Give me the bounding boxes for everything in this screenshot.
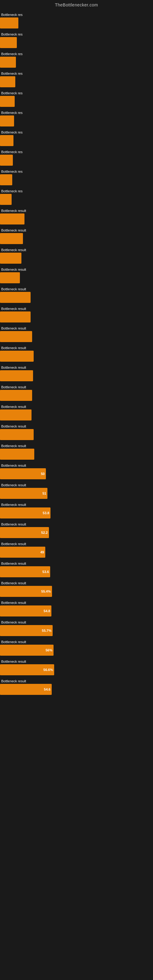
bar-row: Bottleneck result (0, 384, 153, 402)
bar-label: Bottleneck result (0, 562, 153, 566)
bar-label: Bottleneck result (0, 620, 153, 625)
bar-value: 56.6% (43, 668, 53, 671)
bar-label: Bottleneck result (0, 209, 153, 213)
bar-label: Bottleneck result (0, 229, 153, 233)
bar-fill (0, 174, 12, 185)
bar-fill (0, 331, 32, 342)
bar-row: Bottleneck res (0, 51, 153, 69)
bar-row: Bottleneck res (0, 110, 153, 128)
bar-value: 54.8 (44, 609, 50, 613)
bar-fill (0, 115, 14, 126)
bar-fill: 54.6 (0, 684, 52, 695)
bar-row: Bottleneck result (0, 345, 153, 363)
bar-label: Bottleneck res (0, 150, 153, 154)
bar-value: 49 (40, 550, 44, 554)
bar-label: Bottleneck res (0, 130, 153, 135)
bar-label: Bottleneck result (0, 464, 153, 468)
bar-fill (0, 409, 32, 420)
bar-fill (0, 213, 24, 224)
bar-fill (0, 370, 33, 381)
bar-label: Bottleneck result (0, 385, 153, 390)
bar-row: Bottleneck result51 (0, 482, 153, 500)
site-title: TheBottlenecker.com (0, 0, 153, 9)
bar-row: Bottleneck result53.8 (0, 502, 153, 520)
bar-label: Bottleneck result (0, 660, 153, 664)
bar-value: 56% (46, 648, 52, 652)
bar-label: Bottleneck result (0, 307, 153, 311)
bar-label: Bottleneck result (0, 679, 153, 684)
bar-row: Bottleneck res (0, 188, 153, 207)
bar-row: Bottleneck result (0, 247, 153, 265)
bar-label: Bottleneck res (0, 13, 153, 17)
bar-fill (0, 135, 13, 146)
bar-label: Bottleneck res (0, 189, 153, 194)
bar-fill (0, 233, 23, 244)
bar-row: Bottleneck res (0, 90, 153, 108)
bar-row: Bottleneck res (0, 12, 153, 30)
bar-fill (0, 292, 30, 303)
bar-row: Bottleneck result52.2 (0, 521, 153, 539)
bar-label: Bottleneck result (0, 268, 153, 272)
bar-fill: 52.2 (0, 527, 49, 538)
bar-value: 51 (43, 492, 46, 495)
bar-row: Bottleneck res (0, 70, 153, 89)
bar-fill (0, 37, 17, 48)
bar-row: Bottleneck result54.8 (0, 600, 153, 618)
bar-row: Bottleneck res (0, 149, 153, 167)
bar-row: Bottleneck res (0, 169, 153, 187)
bar-fill: 53.8 (0, 508, 51, 519)
bar-label: Bottleneck result (0, 483, 153, 488)
bar-row: Bottleneck res (0, 31, 153, 49)
bar-fill (0, 253, 21, 264)
bar-value: 55.4% (41, 590, 51, 593)
bar-row: Bottleneck result (0, 423, 153, 442)
bar-label: Bottleneck result (0, 640, 153, 644)
bar-value: 53.6 (43, 570, 49, 574)
bar-label: Bottleneck res (0, 32, 153, 37)
bar-row: Bottleneck result55.4% (0, 580, 153, 598)
bar-label: Bottleneck res (0, 72, 153, 76)
bar-fill: 55.7% (0, 625, 53, 636)
bar-row: Bottleneck result49 (0, 541, 153, 559)
bar-fill: 55.4% (0, 586, 52, 597)
bar-fill (0, 449, 34, 460)
bar-value: 50 (41, 472, 45, 476)
bar-fill: 56% (0, 645, 54, 656)
bar-fill (0, 57, 16, 68)
bar-value: 53.8 (43, 511, 49, 515)
bar-label: Bottleneck result (0, 326, 153, 331)
bar-fill: 54.8 (0, 605, 51, 616)
bar-value: 52.2 (41, 531, 48, 535)
bar-row: Bottleneck res (0, 129, 153, 148)
bar-label: Bottleneck result (0, 601, 153, 605)
bar-fill: 49 (0, 547, 45, 558)
bar-fill (0, 194, 12, 205)
bar-label: Bottleneck result (0, 405, 153, 409)
bar-label: Bottleneck result (0, 248, 153, 252)
bar-fill (0, 18, 18, 29)
bar-label: Bottleneck res (0, 52, 153, 56)
bar-fill: 50 (0, 468, 46, 479)
bar-row: Bottleneck result56.6% (0, 659, 153, 677)
bar-row: Bottleneck result56% (0, 639, 153, 657)
bar-row: Bottleneck result54.6 (0, 678, 153, 697)
bar-label: Bottleneck result (0, 287, 153, 291)
bar-label: Bottleneck res (0, 170, 153, 174)
bar-fill: 53.6 (0, 566, 50, 577)
bar-fill (0, 390, 32, 401)
bar-label: Bottleneck result (0, 522, 153, 527)
bar-fill: 51 (0, 488, 48, 499)
bar-label: Bottleneck result (0, 425, 153, 429)
bar-fill: 56.6% (0, 664, 54, 675)
bar-row: Bottleneck result53.6 (0, 560, 153, 579)
bar-label: Bottleneck result (0, 366, 153, 370)
bar-label: Bottleneck result (0, 444, 153, 449)
bar-fill (0, 351, 33, 362)
bar-fill (0, 312, 30, 323)
bar-row: Bottleneck result50 (0, 463, 153, 481)
bar-label: Bottleneck result (0, 581, 153, 585)
bar-label: Bottleneck result (0, 346, 153, 350)
bar-fill (0, 96, 15, 107)
bar-row: Bottleneck result (0, 325, 153, 344)
bar-row: Bottleneck result55.7% (0, 619, 153, 638)
